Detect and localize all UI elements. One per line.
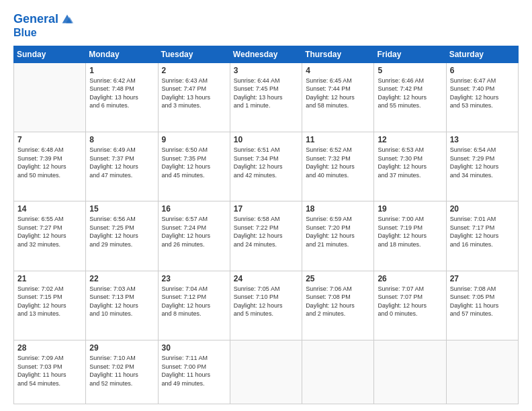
day-number: 18: [306, 204, 370, 214]
logo-icon: [60, 12, 75, 27]
day-number: 13: [450, 135, 515, 144]
calendar-cell: 20Sunrise: 7:01 AM Sunset: 7:17 PM Dayli…: [446, 201, 518, 271]
calendar-weekday-tuesday: Tuesday: [158, 46, 230, 62]
day-info: Sunrise: 6:56 AM Sunset: 7:25 PM Dayligh…: [89, 215, 154, 248]
logo-text: General: [13, 13, 58, 26]
calendar-cell: 26Sunrise: 7:07 AM Sunset: 7:07 PM Dayli…: [374, 271, 446, 340]
day-number: 30: [162, 343, 226, 353]
calendar-cell: 16Sunrise: 6:57 AM Sunset: 7:24 PM Dayli…: [158, 201, 230, 271]
calendar-week-row: 1Sunrise: 6:42 AM Sunset: 7:48 PM Daylig…: [14, 62, 519, 132]
day-info: Sunrise: 6:55 AM Sunset: 7:27 PM Dayligh…: [17, 215, 82, 248]
calendar-cell: 19Sunrise: 7:00 AM Sunset: 7:19 PM Dayli…: [374, 201, 446, 271]
day-number: 1: [89, 66, 154, 75]
day-info: Sunrise: 7:09 AM Sunset: 7:03 PM Dayligh…: [17, 354, 82, 387]
calendar-cell: 22Sunrise: 7:03 AM Sunset: 7:13 PM Dayli…: [86, 271, 158, 340]
calendar-week-row: 21Sunrise: 7:02 AM Sunset: 7:15 PM Dayli…: [14, 271, 519, 340]
calendar-cell: 27Sunrise: 7:08 AM Sunset: 7:05 PM Dayli…: [446, 271, 518, 340]
day-number: 3: [234, 66, 298, 75]
day-info: Sunrise: 7:01 AM Sunset: 7:17 PM Dayligh…: [450, 215, 515, 248]
calendar-cell: 14Sunrise: 6:55 AM Sunset: 7:27 PM Dayli…: [14, 201, 86, 271]
calendar-cell: [302, 340, 374, 404]
calendar-cell: 28Sunrise: 7:09 AM Sunset: 7:03 PM Dayli…: [14, 340, 86, 404]
calendar-cell: 12Sunrise: 6:53 AM Sunset: 7:30 PM Dayli…: [374, 132, 446, 201]
day-info: Sunrise: 7:00 AM Sunset: 7:19 PM Dayligh…: [378, 215, 442, 248]
day-info: Sunrise: 6:48 AM Sunset: 7:39 PM Dayligh…: [17, 146, 82, 179]
calendar-cell: 10Sunrise: 6:51 AM Sunset: 7:34 PM Dayli…: [230, 132, 302, 201]
day-number: 23: [162, 274, 226, 283]
logo: General Blue: [13, 12, 75, 39]
day-number: 7: [17, 135, 82, 144]
calendar-cell: 7Sunrise: 6:48 AM Sunset: 7:39 PM Daylig…: [14, 132, 86, 201]
calendar-cell: 30Sunrise: 7:11 AM Sunset: 7:00 PM Dayli…: [158, 340, 230, 404]
calendar-cell: 23Sunrise: 7:04 AM Sunset: 7:12 PM Dayli…: [158, 271, 230, 340]
day-info: Sunrise: 6:57 AM Sunset: 7:24 PM Dayligh…: [162, 215, 226, 248]
day-number: 22: [89, 274, 154, 283]
day-info: Sunrise: 7:11 AM Sunset: 7:00 PM Dayligh…: [162, 354, 226, 387]
day-number: 14: [17, 204, 82, 214]
day-number: 29: [89, 343, 154, 353]
calendar-cell: 5Sunrise: 6:46 AM Sunset: 7:42 PM Daylig…: [374, 62, 446, 132]
calendar-weekday-monday: Monday: [86, 46, 158, 62]
calendar-cell: 3Sunrise: 6:44 AM Sunset: 7:45 PM Daylig…: [230, 62, 302, 132]
day-number: 20: [450, 204, 515, 214]
day-info: Sunrise: 6:47 AM Sunset: 7:40 PM Dayligh…: [450, 77, 515, 110]
day-number: 21: [17, 274, 82, 283]
day-info: Sunrise: 6:42 AM Sunset: 7:48 PM Dayligh…: [89, 77, 154, 110]
day-number: 19: [378, 204, 442, 214]
day-info: Sunrise: 6:46 AM Sunset: 7:42 PM Dayligh…: [378, 77, 442, 110]
day-info: Sunrise: 7:03 AM Sunset: 7:13 PM Dayligh…: [89, 285, 154, 318]
day-number: 6: [450, 66, 515, 75]
day-info: Sunrise: 6:59 AM Sunset: 7:20 PM Dayligh…: [306, 215, 370, 248]
calendar-table: SundayMondayTuesdayWednesdayThursdayFrid…: [13, 46, 519, 404]
day-info: Sunrise: 7:07 AM Sunset: 7:07 PM Dayligh…: [378, 285, 442, 318]
day-number: 4: [306, 66, 370, 75]
day-info: Sunrise: 7:05 AM Sunset: 7:10 PM Dayligh…: [234, 285, 298, 318]
calendar-cell: [230, 340, 302, 404]
day-info: Sunrise: 6:43 AM Sunset: 7:47 PM Dayligh…: [162, 77, 226, 110]
calendar-weekday-thursday: Thursday: [302, 46, 374, 62]
calendar-cell: [446, 340, 518, 404]
calendar-cell: 1Sunrise: 6:42 AM Sunset: 7:48 PM Daylig…: [86, 62, 158, 132]
day-number: 28: [17, 343, 82, 353]
calendar-week-row: 28Sunrise: 7:09 AM Sunset: 7:03 PM Dayli…: [14, 340, 519, 404]
day-info: Sunrise: 6:58 AM Sunset: 7:22 PM Dayligh…: [234, 215, 298, 248]
day-info: Sunrise: 7:06 AM Sunset: 7:08 PM Dayligh…: [306, 285, 370, 318]
day-info: Sunrise: 6:51 AM Sunset: 7:34 PM Dayligh…: [234, 146, 298, 179]
calendar-cell: 15Sunrise: 6:56 AM Sunset: 7:25 PM Dayli…: [86, 201, 158, 271]
calendar-cell: 8Sunrise: 6:49 AM Sunset: 7:37 PM Daylig…: [86, 132, 158, 201]
calendar-cell: 13Sunrise: 6:54 AM Sunset: 7:29 PM Dayli…: [446, 132, 518, 201]
day-number: 9: [162, 135, 226, 144]
header: General Blue: [13, 12, 519, 39]
day-info: Sunrise: 6:50 AM Sunset: 7:35 PM Dayligh…: [162, 146, 226, 179]
calendar-cell: 4Sunrise: 6:45 AM Sunset: 7:44 PM Daylig…: [302, 62, 374, 132]
calendar-body: 1Sunrise: 6:42 AM Sunset: 7:48 PM Daylig…: [14, 62, 519, 404]
calendar-cell: 2Sunrise: 6:43 AM Sunset: 7:47 PM Daylig…: [158, 62, 230, 132]
day-number: 27: [450, 274, 515, 283]
day-number: 25: [306, 274, 370, 283]
day-number: 12: [378, 135, 442, 144]
calendar-week-row: 7Sunrise: 6:48 AM Sunset: 7:39 PM Daylig…: [14, 132, 519, 201]
day-number: 8: [89, 135, 154, 144]
calendar-cell: 6Sunrise: 6:47 AM Sunset: 7:40 PM Daylig…: [446, 62, 518, 132]
calendar-cell: 21Sunrise: 7:02 AM Sunset: 7:15 PM Dayli…: [14, 271, 86, 340]
calendar-cell: 18Sunrise: 6:59 AM Sunset: 7:20 PM Dayli…: [302, 201, 374, 271]
day-number: 17: [234, 204, 298, 214]
day-info: Sunrise: 6:44 AM Sunset: 7:45 PM Dayligh…: [234, 77, 298, 110]
calendar-header-row: SundayMondayTuesdayWednesdayThursdayFrid…: [14, 46, 519, 62]
calendar-weekday-saturday: Saturday: [446, 46, 518, 62]
day-number: 16: [162, 204, 226, 214]
day-number: 24: [234, 274, 298, 283]
day-number: 15: [89, 204, 154, 214]
calendar-cell: 9Sunrise: 6:50 AM Sunset: 7:35 PM Daylig…: [158, 132, 230, 201]
day-info: Sunrise: 7:04 AM Sunset: 7:12 PM Dayligh…: [162, 285, 226, 318]
logo-blue: Blue: [13, 27, 37, 39]
day-info: Sunrise: 6:52 AM Sunset: 7:32 PM Dayligh…: [306, 146, 370, 179]
day-number: 2: [162, 66, 226, 75]
day-info: Sunrise: 6:49 AM Sunset: 7:37 PM Dayligh…: [89, 146, 154, 179]
day-number: 11: [306, 135, 370, 144]
calendar-week-row: 14Sunrise: 6:55 AM Sunset: 7:27 PM Dayli…: [14, 201, 519, 271]
day-info: Sunrise: 6:53 AM Sunset: 7:30 PM Dayligh…: [378, 146, 442, 179]
calendar-cell: 29Sunrise: 7:10 AM Sunset: 7:02 PM Dayli…: [86, 340, 158, 404]
calendar-cell: [374, 340, 446, 404]
calendar-cell: [14, 62, 86, 132]
